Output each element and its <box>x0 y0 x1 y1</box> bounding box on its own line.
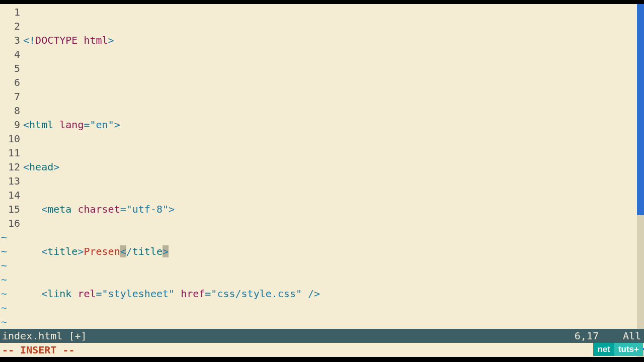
line-number: 12 <box>0 160 20 174</box>
vim-editor: 12345678910111213141516 <!DOCTYPE html> … <box>0 4 644 357</box>
status-filename: index.html [+] <box>2 329 87 343</box>
empty-line-tilde: ~ <box>1 287 7 301</box>
html-lang-value: en <box>96 119 108 131</box>
title-text-value: Presen <box>84 245 120 257</box>
filename-text: index.html <box>2 330 62 342</box>
code-line: <head> <box>23 160 637 174</box>
meta-charset-value: utf-8 <box>132 203 163 215</box>
scroll-indicator: All <box>623 329 641 343</box>
code-line: <meta charset="utf-8"> <box>23 202 637 216</box>
empty-line-tilde: ~ <box>1 244 7 258</box>
line-number: 13 <box>0 174 20 188</box>
cursor-position: 6,17 <box>575 329 599 343</box>
code-line: <title>Presen</title> <box>23 244 637 258</box>
logo-right: tuts+ <box>614 343 643 356</box>
tilde-column: ~~~~~~~ <box>0 230 7 329</box>
empty-line-tilde: ~ <box>1 273 7 287</box>
code-line <box>23 75 637 89</box>
link-rel-value: stylesheet <box>108 288 169 300</box>
line-number: 5 <box>0 61 20 75</box>
line-number: 3 <box>0 33 20 47</box>
line-number: 6 <box>0 75 20 89</box>
line-number: 4 <box>0 47 20 61</box>
letterbox-top <box>0 0 644 4</box>
code-line: <!DOCTYPE html> <box>23 33 637 47</box>
modified-flag: [+] <box>68 330 87 342</box>
line-number: 10 <box>0 132 20 146</box>
empty-line-tilde: ~ <box>1 230 7 244</box>
line-number: 8 <box>0 104 20 118</box>
line-number: 14 <box>0 188 20 202</box>
scrollbar-thumb[interactable] <box>637 4 644 215</box>
code-area[interactable]: 12345678910111213141516 <!DOCTYPE html> … <box>0 4 644 329</box>
mode-line: -- INSERT -- ▼ net tuts+ <box>0 343 644 357</box>
scrollbar-track[interactable] <box>637 4 644 329</box>
link-href-value: css/style.css <box>217 288 296 300</box>
nettuts-logo: net tuts+ <box>593 343 643 356</box>
line-number: 2 <box>0 19 20 33</box>
empty-line-tilde: ~ <box>1 258 7 273</box>
vim-mode: -- INSERT -- <box>2 343 75 357</box>
empty-line-tilde: ~ <box>1 315 7 329</box>
code-lines[interactable]: <!DOCTYPE html> <html lang="en"> <head> … <box>23 5 637 362</box>
line-number: 7 <box>0 89 20 104</box>
line-number: 9 <box>0 118 20 132</box>
code-line: <html lang="en"> <box>23 118 637 132</box>
line-number: 15 <box>0 202 20 216</box>
line-number: 11 <box>0 146 20 160</box>
line-number: 1 <box>0 5 20 19</box>
logo-left: net <box>593 343 614 356</box>
line-number: 16 <box>0 216 20 230</box>
empty-line-tilde: ~ <box>1 301 7 315</box>
status-bar: index.html [+] 6,17 All <box>0 329 644 343</box>
code-line: <link rel="stylesheet" href="css/style.c… <box>23 287 637 301</box>
